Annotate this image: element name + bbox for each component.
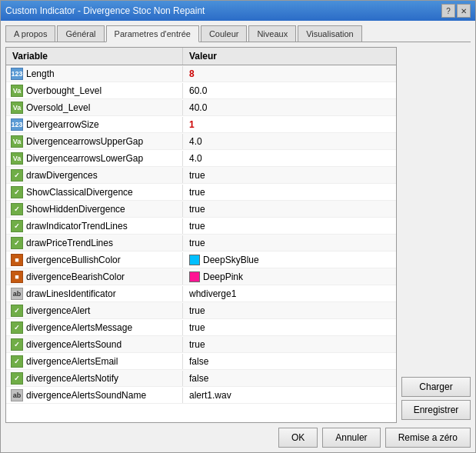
table-row[interactable]: ✓ShowHiddenDivergencetrue [6, 201, 396, 218]
value-cell: false [183, 371, 396, 385]
table-row[interactable]: VaOversold_Level40.0 [6, 99, 396, 116]
value-cell: true [183, 338, 396, 351]
ok-button[interactable]: OK [278, 428, 318, 448]
table-row[interactable]: ■divergenceBearishColorDeepPink [6, 268, 396, 285]
color-icon: ■ [11, 271, 23, 283]
table-row[interactable]: ✓divergenceAlertsSoundtrue [6, 336, 396, 353]
main-panel: Variable Valeur 123Length8VaOverbought_L… [5, 47, 471, 423]
variable-name: DivergencearrowsLowerGap [26, 153, 143, 164]
value-text: true [189, 221, 205, 231]
var-cell: 123DivergearrowSize [6, 117, 183, 132]
table-row[interactable]: ✓drawPriceTrendLinestrue [6, 235, 396, 251]
annuler-button[interactable]: Annuler [322, 428, 380, 448]
var-cell: 123Length [6, 66, 183, 82]
ab-icon: ab [11, 389, 23, 401]
value-cell: 60.0 [183, 84, 396, 98]
value-cell: true [183, 168, 396, 182]
table-row[interactable]: ✓drawDivergencestrue [6, 167, 396, 184]
help-button[interactable]: ? [441, 4, 455, 18]
remise-button[interactable]: Remise a zéro [385, 428, 471, 448]
variable-name: drawLinesIdentificator [26, 288, 116, 299]
value-cell: 40.0 [183, 101, 396, 115]
value-cell: DeepSkyBlue [183, 253, 396, 267]
table-row[interactable]: 123DivergearrowSize1 [6, 116, 396, 133]
table-row[interactable]: ■divergenceBullishColorDeepSkyBlue [6, 251, 396, 268]
bool-icon: ✓ [11, 355, 23, 368]
variable-name: divergenceAlertsNotify [26, 373, 118, 384]
va-icon: Va [11, 152, 23, 165]
value-cell: true [183, 185, 396, 199]
bool-icon: ✓ [11, 169, 23, 182]
color-swatch [189, 255, 200, 265]
variable-name: divergenceAlertsEmail [26, 356, 118, 367]
charger-button[interactable]: Charger [401, 377, 471, 397]
tab-a-propos[interactable]: A propos [5, 25, 55, 42]
value-text: true [189, 339, 205, 350]
var-cell: ✓divergenceAlertsEmail [6, 354, 183, 369]
table-row[interactable]: abdivergenceAlertsSoundNamealert1.wav [6, 387, 396, 404]
table-row[interactable]: VaOverbought_Level60.0 [6, 82, 396, 99]
var-cell: ✓divergenceAlertsSound [6, 337, 183, 352]
bool-icon: ✓ [11, 203, 23, 215]
value-text: false [189, 373, 208, 384]
value-cell: DeepPink [183, 270, 396, 284]
side-buttons-panel: Charger Enregistrer [401, 47, 471, 423]
value-text: DeepPink [203, 271, 243, 282]
bool-icon: ✓ [11, 321, 23, 334]
bool-icon: ✓ [11, 305, 23, 317]
table-row[interactable]: ✓divergenceAlertsNotifyfalse [6, 370, 396, 387]
variable-name: DivergencearrowsUpperGap [26, 136, 143, 147]
variable-name: Overbought_Level [26, 85, 102, 96]
value-cell: false [183, 355, 396, 368]
value-cell: whdiverge1 [183, 287, 396, 301]
close-button[interactable]: ✕ [457, 4, 471, 18]
var-cell: ✓ShowHiddenDivergence [6, 202, 183, 217]
table-row[interactable]: abdrawLinesIdentificatorwhdiverge1 [6, 285, 396, 302]
var-cell: ✓divergenceAlertsMessage [6, 320, 183, 335]
table-row[interactable]: ✓drawIndicatorTrendLinestrue [6, 218, 396, 235]
variable-name: divergenceAlertsSoundName [26, 390, 146, 401]
value-text: true [189, 204, 205, 215]
var-cell: ✓drawPriceTrendLines [6, 235, 183, 251]
table-row[interactable]: ✓ShowClassicalDivergencetrue [6, 184, 396, 201]
table-row[interactable]: 123Length8 [6, 65, 396, 82]
bool-icon: ✓ [11, 237, 23, 249]
variable-name: ShowHiddenDivergence [26, 204, 125, 215]
tab-parametres-d'entrée[interactable]: Parametres d'entrée [106, 25, 199, 42]
value-text: true [189, 170, 205, 181]
value-text: 1 [189, 119, 195, 130]
table-row[interactable]: VaDivergencearrowsUpperGap4.0 [6, 133, 396, 150]
variable-name: drawIndicatorTrendLines [26, 221, 128, 231]
table-row[interactable]: ✓divergenceAlertsEmailfalse [6, 353, 396, 370]
variable-name: divergenceAlertsMessage [26, 322, 132, 333]
var-cell: VaDivergencearrowsLowerGap [6, 151, 183, 166]
value-cell: true [183, 219, 396, 233]
tab-niveaux[interactable]: Niveaux [248, 25, 296, 42]
va-icon: Va [11, 135, 23, 148]
enregistrer-button[interactable]: Enregistrer [401, 400, 471, 420]
tab-bar: A proposGénéralParametres d'entréeCouleu… [5, 25, 471, 42]
title-bar: Custom Indicator - Divergence Stoc Non R… [1, 1, 475, 21]
tab-général[interactable]: Général [57, 25, 104, 42]
table-row[interactable]: ✓divergenceAlertsMessagetrue [6, 319, 396, 336]
table-row[interactable]: VaDivergencearrowsLowerGap4.0 [6, 150, 396, 167]
bool-icon: ✓ [11, 186, 23, 198]
variable-name: drawDivergences [26, 170, 98, 181]
var-cell: ■divergenceBearishColor [6, 269, 183, 285]
main-window: Custom Indicator - Divergence Stoc Non R… [0, 0, 476, 453]
header-variable: Variable [6, 48, 183, 65]
var-cell: ✓divergenceAlert [6, 303, 183, 318]
color-icon: ■ [11, 254, 23, 266]
bool-icon: ✓ [11, 338, 23, 351]
table-row[interactable]: ✓divergenceAlerttrue [6, 302, 396, 319]
var-cell: ✓drawDivergences [6, 168, 183, 183]
value-text: whdiverge1 [189, 288, 236, 299]
window-title: Custom Indicator - Divergence Stoc Non R… [5, 5, 205, 16]
value-cell: true [183, 202, 396, 216]
tab-visualisation[interactable]: Visualisation [298, 25, 362, 42]
table-header: Variable Valeur [6, 48, 396, 65]
tab-couleur[interactable]: Couleur [201, 25, 248, 42]
value-text: true [189, 187, 205, 198]
var-cell: VaOversold_Level [6, 100, 183, 115]
value-text: 40.0 [189, 102, 207, 113]
